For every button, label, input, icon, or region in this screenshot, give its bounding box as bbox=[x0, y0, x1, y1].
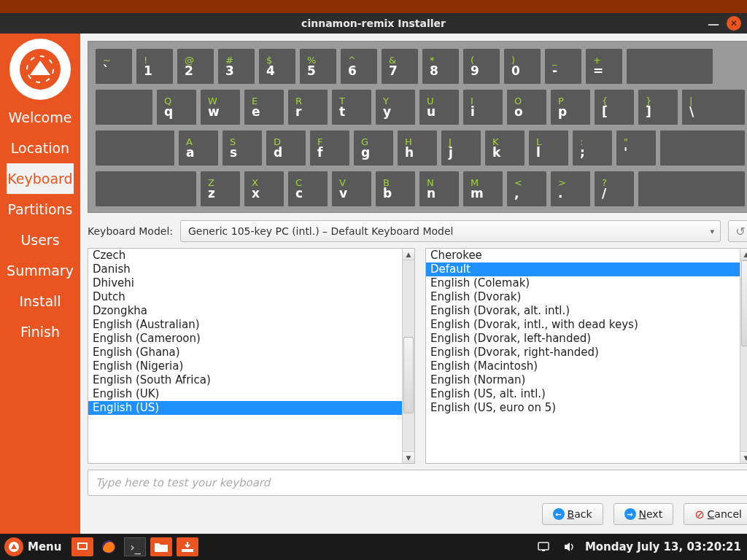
taskbar[interactable]: Menu ›_ Monday July 13, 03:20:21 bbox=[0, 534, 747, 560]
keyboard-test-input[interactable]: Type here to test your keyboard bbox=[88, 470, 747, 496]
blank-key[interactable] bbox=[627, 49, 713, 84]
list-item[interactable]: English (US, euro on 5) bbox=[426, 401, 740, 415]
list-item[interactable]: English (Ghana) bbox=[88, 346, 402, 359]
next-button[interactable]: → Next bbox=[614, 503, 674, 525]
sidebar-item-users[interactable]: Users bbox=[7, 225, 74, 255]
key-2[interactable]: @2 bbox=[177, 49, 214, 84]
key-u[interactable]: Uu bbox=[419, 90, 459, 125]
key-m[interactable]: Mm bbox=[463, 171, 503, 206]
key-t[interactable]: Tt bbox=[332, 90, 371, 125]
key-j[interactable]: Jj bbox=[441, 131, 481, 166]
key-`[interactable]: ~` bbox=[96, 49, 132, 84]
list-item[interactable]: English (Colemak) bbox=[426, 276, 740, 290]
key-][interactable]: }] bbox=[638, 90, 678, 125]
window-titlebar[interactable]: cinnamon-remix Installer — ✕ bbox=[0, 13, 747, 34]
network-icon[interactable] bbox=[533, 537, 554, 556]
key-x[interactable]: Xx bbox=[244, 171, 284, 206]
list-item[interactable]: Cherokee bbox=[426, 249, 740, 262]
list-item[interactable]: Czech bbox=[88, 249, 402, 262]
sidebar-item-welcome[interactable]: Welcome bbox=[7, 102, 74, 133]
key-1[interactable]: !1 bbox=[136, 49, 173, 84]
key-i[interactable]: Ii bbox=[463, 90, 503, 125]
window-close-button[interactable]: ✕ bbox=[727, 16, 741, 31]
key-l[interactable]: Ll bbox=[529, 131, 568, 166]
key-f[interactable]: Ff bbox=[310, 131, 349, 166]
files-icon[interactable] bbox=[150, 537, 172, 556]
key-3[interactable]: #3 bbox=[218, 49, 255, 84]
scroll-up-icon[interactable]: ▲ bbox=[740, 249, 747, 260]
sidebar-item-install[interactable]: Install bbox=[7, 286, 74, 316]
start-menu-button[interactable]: Menu bbox=[3, 537, 67, 556]
key-n[interactable]: Nn bbox=[419, 171, 459, 206]
list-item[interactable]: Dhivehi bbox=[88, 276, 402, 290]
key-4[interactable]: $4 bbox=[259, 49, 295, 84]
blank-key[interactable] bbox=[660, 131, 745, 166]
list-item[interactable]: Default bbox=[426, 262, 740, 276]
blank-key[interactable] bbox=[96, 131, 174, 166]
key-r[interactable]: Rr bbox=[288, 90, 328, 125]
list-item[interactable]: English (Dvorak, right-handed) bbox=[426, 346, 740, 359]
key-/[interactable]: ?/ bbox=[595, 171, 634, 206]
list-item[interactable]: English (Dvorak, intl., with dead keys) bbox=[426, 318, 740, 332]
list-item[interactable]: English (Cameroon) bbox=[88, 332, 402, 346]
list-item[interactable]: Dzongkha bbox=[88, 304, 402, 318]
key-7[interactable]: &7 bbox=[382, 49, 418, 84]
sidebar-item-partitions[interactable]: Partitions bbox=[7, 194, 74, 225]
keyboard-model-reset-button[interactable]: ↺ bbox=[728, 220, 747, 242]
list-item[interactable]: English (US) bbox=[88, 401, 402, 415]
key-c[interactable]: Cc bbox=[288, 171, 328, 206]
window-minimize-button[interactable]: — bbox=[708, 17, 719, 31]
scroll-up-icon[interactable]: ▲ bbox=[403, 249, 414, 260]
keyboard-model-select[interactable]: Generic 105-key PC (intl.) – Default Key… bbox=[180, 220, 721, 242]
sidebar-item-location[interactable]: Location bbox=[7, 133, 74, 163]
firefox-icon[interactable] bbox=[98, 537, 120, 556]
variant-scrollbar[interactable]: ▲ ▼ bbox=[740, 249, 747, 463]
key-w[interactable]: Ww bbox=[201, 90, 240, 125]
sidebar-item-finish[interactable]: Finish bbox=[7, 316, 74, 347]
key-q[interactable]: Qq bbox=[157, 90, 196, 125]
language-listbox[interactable]: CzechDanishDhivehiDutchDzongkhaEnglish (… bbox=[88, 248, 415, 464]
taskbar-clock[interactable]: Monday July 13, 03:20:21 bbox=[585, 540, 741, 553]
volume-icon[interactable] bbox=[559, 537, 581, 556]
list-item[interactable]: English (Norman) bbox=[426, 373, 740, 387]
list-item[interactable]: English (Australian) bbox=[88, 318, 402, 332]
key-a[interactable]: Aa bbox=[179, 131, 218, 166]
key-p[interactable]: Pp bbox=[551, 90, 590, 125]
key-;[interactable]: :; bbox=[573, 131, 612, 166]
scroll-thumb[interactable] bbox=[403, 337, 414, 413]
scroll-down-icon[interactable]: ▼ bbox=[740, 451, 747, 463]
list-item[interactable]: Dutch bbox=[88, 290, 402, 304]
key--[interactable]: _- bbox=[545, 49, 581, 84]
key-8[interactable]: *8 bbox=[422, 49, 459, 84]
key-b[interactable]: Bb bbox=[376, 171, 415, 206]
key-5[interactable]: %5 bbox=[300, 49, 336, 84]
back-button[interactable]: ← Back bbox=[542, 503, 603, 525]
list-item[interactable]: Danish bbox=[88, 262, 402, 276]
key-d[interactable]: Dd bbox=[266, 131, 306, 166]
list-item[interactable]: English (Dvorak, left-handed) bbox=[426, 332, 740, 346]
key-.[interactable]: >. bbox=[551, 171, 590, 206]
key-y[interactable]: Yy bbox=[376, 90, 415, 125]
key-9[interactable]: (9 bbox=[463, 49, 500, 84]
key-s[interactable]: Ss bbox=[222, 131, 262, 166]
show-desktop-icon[interactable] bbox=[71, 537, 93, 556]
installer-launcher-icon[interactable] bbox=[177, 537, 198, 556]
list-item[interactable]: English (Macintosh) bbox=[426, 359, 740, 373]
key-=[interactable]: += bbox=[586, 49, 622, 84]
key-z[interactable]: Zz bbox=[201, 171, 240, 206]
key-k[interactable]: Kk bbox=[485, 131, 525, 166]
list-item[interactable]: English (Dvorak, alt. intl.) bbox=[426, 304, 740, 318]
list-item[interactable]: English (UK) bbox=[88, 387, 402, 401]
key-,[interactable]: <, bbox=[507, 171, 546, 206]
list-item[interactable]: English (Nigeria) bbox=[88, 359, 402, 373]
sidebar-item-keyboard[interactable]: Keyboard bbox=[7, 163, 74, 194]
key-\[interactable]: |\ bbox=[682, 90, 745, 125]
cancel-button[interactable]: ⊘ Cancel bbox=[684, 503, 747, 525]
key-'[interactable]: "' bbox=[616, 131, 656, 166]
scroll-thumb[interactable] bbox=[741, 260, 747, 346]
key-h[interactable]: Hh bbox=[398, 131, 437, 166]
blank-key[interactable] bbox=[96, 171, 196, 206]
key-[[interactable]: {[ bbox=[595, 90, 634, 125]
key-6[interactable]: ^6 bbox=[341, 49, 377, 84]
scroll-down-icon[interactable]: ▼ bbox=[403, 451, 414, 463]
